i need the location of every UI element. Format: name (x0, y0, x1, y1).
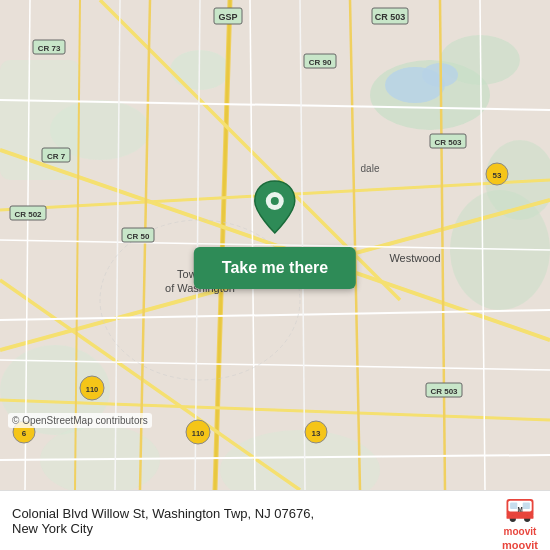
address-line1: Colonial Blvd Willow St, Washington Twp,… (12, 506, 492, 521)
footer-bar: Colonial Blvd Willow St, Washington Twp,… (0, 490, 550, 550)
osm-attribution: © OpenStreetMap contributors (8, 413, 152, 428)
svg-text:CR 73: CR 73 (38, 44, 61, 53)
svg-text:110: 110 (192, 429, 205, 438)
svg-text:dale: dale (361, 163, 380, 174)
svg-text:6: 6 (22, 429, 27, 438)
moovit-brand-text: moovit (504, 526, 537, 537)
svg-text:CR 90: CR 90 (309, 58, 332, 67)
svg-text:110: 110 (86, 385, 99, 394)
location-pin (250, 179, 300, 239)
svg-text:CR 503: CR 503 (434, 138, 462, 147)
footer-content: Colonial Blvd Willow St, Washington Twp,… (12, 506, 492, 536)
svg-text:GSP: GSP (218, 12, 237, 22)
svg-point-70 (271, 197, 279, 205)
svg-text:CR 503: CR 503 (430, 387, 458, 396)
svg-text:CR 503: CR 503 (375, 12, 406, 22)
moovit-logo: M moovit moovit (502, 490, 538, 550)
svg-text:CR 7: CR 7 (47, 152, 66, 161)
svg-text:Westwood: Westwood (389, 252, 440, 264)
address-line2: New York City (12, 521, 492, 536)
take-me-there-button[interactable]: Take me there (194, 247, 356, 289)
map-container: CR 503 GSP CR 73 CR 90 CR 503 53 CR 7 CR… (0, 0, 550, 490)
svg-text:53: 53 (493, 171, 502, 180)
svg-rect-75 (506, 515, 533, 519)
navigation-overlay: Take me there (194, 179, 356, 289)
moovit-text: moovit (502, 539, 538, 550)
svg-text:13: 13 (312, 429, 321, 438)
svg-text:M: M (517, 506, 522, 513)
svg-text:CR 502: CR 502 (14, 210, 42, 219)
svg-rect-77 (523, 503, 530, 509)
svg-text:CR 50: CR 50 (127, 232, 150, 241)
svg-rect-76 (510, 503, 517, 509)
